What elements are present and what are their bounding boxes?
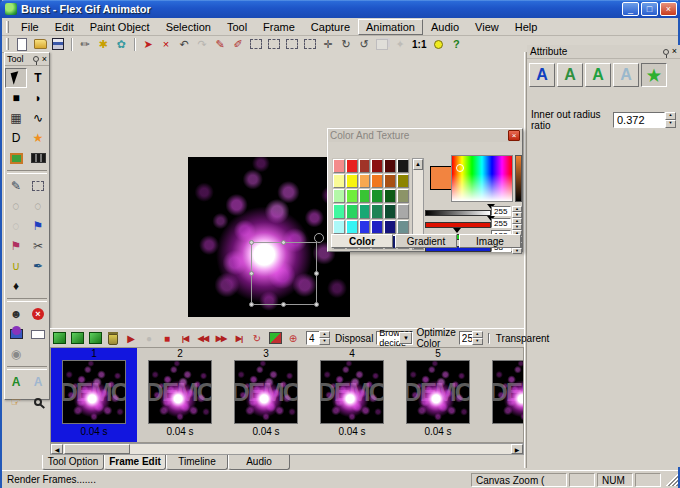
star-tab[interactable]: ★	[641, 63, 667, 87]
color-swatch[interactable]	[384, 159, 396, 173]
marquee-rotate-icon[interactable]	[266, 37, 282, 52]
prev-frame-icon[interactable]: ◀◀	[195, 331, 211, 346]
frame-3[interactable]: 3DEMO0.04 s	[223, 348, 309, 442]
red-slider-value[interactable]: 255	[491, 218, 511, 228]
tab-timeline[interactable]: Timeline	[166, 455, 228, 470]
pie-shape-tool[interactable]: ◗	[27, 88, 49, 108]
red-slider[interactable]: 255▲▼	[424, 216, 522, 228]
title-bar[interactable]: Burst - Flex Gif Animator _□×	[0, 0, 680, 18]
radius-spinner[interactable]: ▲▼	[665, 112, 676, 128]
draw-pen-icon[interactable]: ✎	[212, 37, 228, 52]
pick-object-icon[interactable]: ➤	[140, 37, 156, 52]
transparent-checkbox[interactable]	[488, 333, 490, 344]
color-spectrum-picker[interactable]	[451, 155, 513, 202]
selection-handle[interactable]	[249, 271, 254, 276]
stop-icon[interactable]: ■	[159, 331, 175, 346]
star-tool[interactable]: ★	[27, 128, 49, 148]
rotation-handle[interactable]	[314, 233, 324, 243]
frame-2[interactable]: 2DEMO0.04 s	[137, 348, 223, 442]
color-swatch[interactable]	[397, 174, 409, 188]
frame-4[interactable]: 4DEMO0.04 s	[309, 348, 395, 442]
color-swatch[interactable]	[359, 174, 371, 188]
frame-select-tool[interactable]	[27, 176, 49, 196]
menubar-grip[interactable]	[6, 21, 9, 33]
color-swatch[interactable]	[346, 189, 358, 203]
color-swatch[interactable]	[371, 174, 383, 188]
color-swatch[interactable]	[384, 174, 396, 188]
pin-icon[interactable]	[663, 49, 669, 55]
menu-item-edit[interactable]: Edit	[47, 19, 82, 35]
toolbar-grip[interactable]	[6, 38, 9, 50]
color-swatch[interactable]	[359, 204, 371, 218]
text-attr-tool[interactable]: A	[5, 372, 27, 392]
color-swatch[interactable]	[371, 220, 383, 234]
canvas[interactable]	[188, 157, 350, 317]
transform-icon[interactable]: ↺	[356, 37, 372, 52]
frames-scrollbar[interactable]: ◀ ▶	[50, 443, 524, 455]
delete-frame-icon[interactable]	[105, 331, 121, 346]
help-icon[interactable]: ?	[448, 37, 464, 52]
ink-drop-tool[interactable]: ♦	[5, 276, 27, 296]
add-frame-icon[interactable]	[87, 331, 103, 346]
edit-pen-icon[interactable]: ✐	[230, 37, 246, 52]
scroll-right-icon[interactable]: ▶	[511, 444, 523, 454]
close-icon[interactable]: ×	[508, 130, 520, 141]
eye-tool[interactable]: ◉	[5, 344, 27, 364]
frame-thumbnail[interactable]: DEMO	[234, 360, 298, 424]
text-solid-tab[interactable]: A	[529, 63, 555, 87]
image-tool[interactable]	[5, 148, 27, 168]
color-swatch[interactable]	[359, 220, 371, 234]
frame-1[interactable]: 1DEMO0.04 s	[51, 348, 137, 442]
select-arrow-tool[interactable]	[5, 68, 27, 88]
loop-icon[interactable]: ↻	[249, 331, 265, 346]
record-dot-icon[interactable]	[430, 37, 446, 52]
tool-palette-titlebar[interactable]: Tool ×	[5, 53, 49, 66]
color-swatch[interactable]	[397, 204, 409, 218]
marquee-scale-icon[interactable]	[284, 37, 300, 52]
first-frame-icon[interactable]: |◀	[177, 331, 193, 346]
menu-item-capture[interactable]: Capture	[303, 19, 358, 35]
menu-item-file[interactable]: File	[13, 19, 47, 35]
minimize-button[interactable]: _	[622, 2, 639, 16]
close-button[interactable]: ×	[660, 2, 677, 16]
color-swatch[interactable]	[346, 204, 358, 218]
color-swatch[interactable]	[346, 174, 358, 188]
color-swatch[interactable]	[384, 220, 396, 234]
filmstrip-tool[interactable]	[27, 148, 49, 168]
menu-item-audio[interactable]: Audio	[423, 19, 467, 35]
brush-icon[interactable]: ✿	[113, 37, 129, 52]
color-swatch[interactable]	[384, 189, 396, 203]
frame-5[interactable]: 5DEMO0.04 s	[395, 348, 481, 442]
color-panel-titlebar[interactable]: Color And Texture ×	[328, 129, 522, 142]
pin-icon[interactable]	[33, 56, 39, 62]
export-frame-icon[interactable]	[51, 331, 67, 346]
selection-handle[interactable]	[314, 271, 319, 276]
next-frame-icon[interactable]: ▶▶	[213, 331, 229, 346]
knife-tool[interactable]: ✂	[27, 236, 49, 256]
color-swatch[interactable]	[333, 189, 345, 203]
pencil-tool-icon[interactable]: ✏	[77, 37, 93, 52]
text-attr-dim-tool[interactable]: A	[27, 372, 49, 392]
mask-face-tool[interactable]: ☻	[5, 304, 27, 324]
display-tool[interactable]	[5, 324, 27, 344]
selection-handle[interactable]	[249, 302, 254, 307]
scrollbar-thumb[interactable]	[64, 444, 130, 454]
last-frame-icon[interactable]: ▶|	[231, 331, 247, 346]
brightness-bar[interactable]	[515, 155, 522, 202]
scroll-up-icon[interactable]: ▲	[413, 159, 423, 170]
palette-icon[interactable]	[267, 331, 283, 346]
ratio-label[interactable]: 1:1	[410, 37, 428, 52]
delete-icon[interactable]: ×	[158, 37, 174, 52]
color-swatch[interactable]	[333, 159, 345, 173]
text-outline-tab[interactable]: A	[585, 63, 611, 87]
frame-partial[interactable]: DEMO	[481, 348, 524, 442]
rectangle-tool[interactable]: ■	[5, 88, 27, 108]
menu-item-help[interactable]: Help	[507, 19, 546, 35]
color-swatch[interactable]	[371, 159, 383, 173]
flag-blue-tool[interactable]: ⚑	[27, 216, 49, 236]
color-swatch[interactable]	[384, 204, 396, 218]
maximize-button[interactable]: □	[641, 2, 658, 16]
selection-handle[interactable]	[281, 240, 286, 245]
attribute-panel-titlebar[interactable]: Attribute ×	[527, 45, 680, 59]
selection-handle[interactable]	[249, 240, 254, 245]
